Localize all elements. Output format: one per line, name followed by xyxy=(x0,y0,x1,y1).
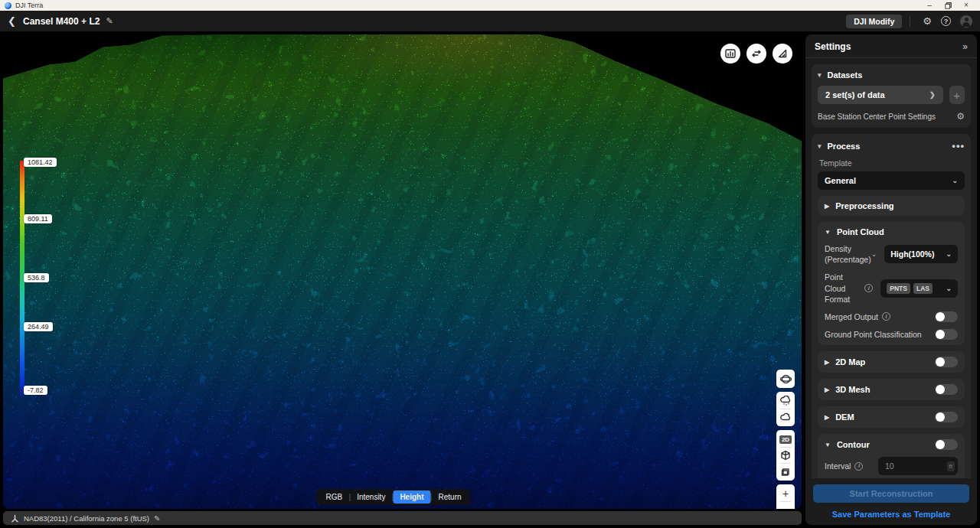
process-header[interactable]: ▾ Process ••• xyxy=(818,140,965,152)
close-button[interactable]: × xyxy=(957,0,975,11)
format-select[interactable]: PNTS LAS ⌄ xyxy=(880,279,958,298)
point-cloud-label: Point Cloud xyxy=(837,227,884,236)
triangle-down-icon: ▼ xyxy=(825,442,831,448)
app-toolbar: ❮ Cansel M400 + L2 ✎ DJI Modify ⚙ ? xyxy=(0,11,980,31)
ground-classification-label: Ground Point Classification xyxy=(825,329,922,340)
density-value: High(100%) xyxy=(890,249,934,259)
interval-input[interactable]: 10 ft xyxy=(878,457,958,475)
mode-height[interactable]: Height xyxy=(393,491,430,504)
back-icon[interactable]: ❮ xyxy=(8,15,23,27)
view-2d-icon[interactable]: 2D xyxy=(778,432,793,447)
panel-divider xyxy=(805,57,977,58)
chevron-down-icon: ▾ xyxy=(818,71,822,79)
contour-header[interactable]: ▼ Contour xyxy=(825,439,958,450)
datasets-label: Datasets xyxy=(828,70,863,80)
cube-wireframe-icon[interactable] xyxy=(778,464,793,479)
preprocessing-section[interactable]: ▶ Preprocessing xyxy=(818,196,965,216)
template-select[interactable]: General ⌄ xyxy=(818,171,965,190)
point-cloud-colored-icon[interactable] xyxy=(778,393,793,409)
coordinate-axes-icon xyxy=(11,514,19,523)
edit-crs-icon[interactable]: ✎ xyxy=(154,514,160,523)
interval-unit: ft xyxy=(947,461,955,471)
point-cloud-section: ▼ Point Cloud Density (Percentage) ⌄ Hig… xyxy=(818,222,965,345)
info-icon[interactable]: i xyxy=(854,462,863,471)
format-tag-pnts: PNTS xyxy=(887,283,910,294)
triangle-down-icon: ▼ xyxy=(825,229,831,236)
chevron-down-icon[interactable]: ⌄ xyxy=(871,250,877,258)
interval-label: Interval i xyxy=(825,461,863,471)
measure-button[interactable] xyxy=(773,44,792,64)
zoom-out-button[interactable]: − xyxy=(778,502,793,509)
datasets-list-button[interactable]: 2 set(s) of data ❯ xyxy=(818,86,943,104)
histogram-button[interactable] xyxy=(720,44,740,64)
dji-terra-logo-icon xyxy=(5,2,11,9)
help-icon[interactable]: ? xyxy=(941,16,951,26)
dji-modify-button[interactable]: DJI Modify xyxy=(846,15,902,28)
map-2d-label: 2D Map xyxy=(835,357,865,367)
process-card: ▾ Process ••• Template General ⌄ ▶ Prepr… xyxy=(812,134,971,478)
mesh-3d-toggle[interactable] xyxy=(935,384,958,395)
viewport-quick-tools xyxy=(720,44,792,64)
display-mode-bar: RGB Intensity Height Return xyxy=(316,489,470,505)
flight-route-button[interactable] xyxy=(746,44,766,64)
crs-statusbar: NAD83(2011) / California zone 5 (ftUS) ✎ xyxy=(3,511,802,525)
map-2d-section[interactable]: ▶ 2D Map xyxy=(818,351,965,373)
zoom-in-button[interactable]: + xyxy=(778,486,793,501)
template-label: Template xyxy=(819,158,963,168)
info-icon[interactable]: i xyxy=(864,284,873,292)
elevation-tick: -7.82 xyxy=(24,386,47,395)
viewport-side-toolbar: 2D + − xyxy=(776,370,795,509)
mode-intensity[interactable]: Intensity xyxy=(350,491,392,504)
info-icon[interactable]: i xyxy=(882,312,890,321)
window-title: DJI Terra xyxy=(15,2,43,9)
process-more-icon[interactable]: ••• xyxy=(952,140,965,152)
triangle-right-icon: ▶ xyxy=(825,359,829,366)
chevron-down-icon: ⌄ xyxy=(952,177,958,184)
settings-gear-icon[interactable]: ⚙ xyxy=(923,11,932,31)
template-value: General xyxy=(825,176,856,185)
add-dataset-button[interactable]: + xyxy=(949,86,965,104)
chevron-down-icon: ⌄ xyxy=(946,285,952,292)
elevation-tick: 809.11 xyxy=(24,214,52,223)
panel-title: Settings xyxy=(815,41,851,52)
dem-toggle[interactable] xyxy=(935,412,958,422)
datasets-count-label: 2 set(s) of data xyxy=(825,90,885,99)
triangle-right-icon: ▶ xyxy=(825,386,829,393)
collapse-panel-icon[interactable]: » xyxy=(962,41,968,52)
cube-3d-icon[interactable] xyxy=(778,448,793,463)
elevation-tick: 536.8 xyxy=(24,273,49,282)
user-avatar[interactable] xyxy=(960,15,972,28)
edit-project-title-icon[interactable]: ✎ xyxy=(106,16,113,26)
point-cloud-speckle xyxy=(3,34,802,509)
project-title: Cansel M400 + L2 xyxy=(23,16,100,27)
panel-scroll-area[interactable]: ▾ Datasets 2 set(s) of data ❯ + Base Sta… xyxy=(805,60,977,478)
elevation-tick: 264.49 xyxy=(24,322,53,331)
point-cloud-header[interactable]: ▼ Point Cloud xyxy=(825,227,958,236)
mode-rgb[interactable]: RGB xyxy=(318,491,349,504)
mesh-3d-section[interactable]: ▶ 3D Mesh xyxy=(818,379,965,400)
point-cloud-icon[interactable] xyxy=(778,409,793,425)
mesh-3d-label: 3D Mesh xyxy=(835,385,870,394)
contour-toggle[interactable] xyxy=(935,439,958,450)
restore-button[interactable] xyxy=(939,0,957,11)
dem-section[interactable]: ▶ DEM xyxy=(818,406,965,428)
save-parameters-link[interactable]: Save Parameters as Template xyxy=(813,510,969,519)
ground-classification-toggle[interactable] xyxy=(935,329,958,340)
density-label: Density (Percentage) xyxy=(825,243,871,265)
preprocessing-label: Preprocessing xyxy=(835,201,893,210)
start-reconstruction-button[interactable]: Start Reconstruction xyxy=(813,484,969,503)
toolbar-divider xyxy=(910,16,910,27)
chevron-down-icon: ⌄ xyxy=(946,250,952,258)
os-titlebar: DJI Terra – × xyxy=(0,0,980,11)
mode-return[interactable]: Return xyxy=(432,491,469,504)
base-station-settings-icon[interactable]: ⚙ xyxy=(956,111,965,122)
datasets-header[interactable]: ▾ Datasets xyxy=(818,70,965,80)
map-2d-toggle[interactable] xyxy=(935,357,958,367)
crs-label: NAD83(2011) / California zone 5 (ftUS) xyxy=(24,514,149,523)
globe-view-icon[interactable] xyxy=(778,371,793,386)
density-select[interactable]: High(100%) ⌄ xyxy=(884,245,958,263)
triangle-right-icon: ▶ xyxy=(825,414,829,421)
merged-output-toggle[interactable] xyxy=(935,311,958,322)
minimize-button[interactable]: – xyxy=(920,0,939,11)
3d-point-cloud-viewport[interactable]: 1081.42 809.11 536.8 264.49 -7.82 xyxy=(3,34,802,509)
